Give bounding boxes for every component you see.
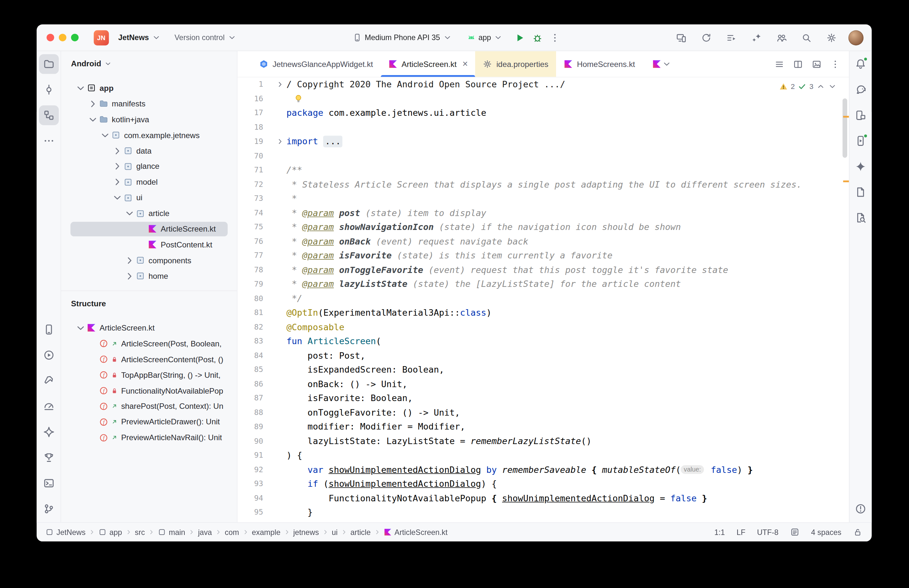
tree-item-components[interactable]: components	[61, 253, 237, 268]
scrollbar-thumb[interactable]	[843, 99, 847, 158]
profiler-button[interactable]	[39, 397, 58, 416]
line-number[interactable]: 80	[237, 291, 263, 305]
code-line[interactable]: 92 var showUnimplementedActionDialog by …	[237, 462, 849, 477]
breadcrumb-com[interactable]: com	[223, 528, 241, 536]
preview-button[interactable]	[851, 182, 870, 202]
git-button[interactable]	[39, 499, 58, 519]
line-number[interactable]: 74	[237, 206, 263, 220]
tree-item-model[interactable]: model	[61, 174, 237, 190]
intention-bulb-icon[interactable]	[294, 94, 304, 104]
code-line[interactable]: 16	[237, 92, 849, 106]
breadcrumb-java[interactable]: java	[196, 528, 214, 536]
breadcrumb-ui[interactable]: ui	[330, 528, 339, 536]
code-line[interactable]: 81@OptIn(ExperimentalMaterial3Api::class…	[237, 305, 849, 320]
indent-widget[interactable]: 4 spaces	[811, 528, 841, 536]
tree-item-manifests[interactable]: manifests	[61, 96, 237, 111]
debug-button[interactable]	[529, 29, 546, 46]
gradle-button[interactable]	[851, 80, 870, 100]
line-number[interactable]: 17	[237, 106, 263, 120]
line-number[interactable]: 84	[237, 348, 263, 363]
split-editor-button[interactable]	[790, 56, 806, 72]
hidden-tabs-selector[interactable]	[652, 51, 671, 77]
gemini-button[interactable]	[39, 422, 58, 442]
run-config-selector[interactable]: app	[463, 31, 507, 45]
project-widget[interactable]: JetNews	[114, 31, 165, 45]
code-with-me-button[interactable]	[773, 29, 790, 46]
code-line[interactable]: 89 modifier: Modifier = Modifier,	[237, 420, 849, 434]
breadcrumb-main[interactable]: main	[156, 528, 187, 536]
line-number[interactable]: 86	[237, 377, 263, 391]
sync-button[interactable]	[697, 29, 715, 46]
code-line[interactable]: 73 *	[237, 191, 849, 206]
chevron-down-icon[interactable]	[75, 323, 86, 333]
close-tab-icon[interactable]: ×	[462, 60, 468, 69]
tree-item-sharePost(Post, Context): Un[interactable]: fsharePost(Post, Context): Un	[61, 399, 237, 414]
code-line[interactable]: 70	[237, 149, 849, 163]
tree-item-TopAppBar(String, () -> Unit,[interactable]: fTopAppBar(String, () -> Unit,	[61, 367, 237, 383]
code-line[interactable]: 83fun ArticleScreen(	[237, 334, 849, 348]
code-line[interactable]: 76 * @param onBack (event) request navig…	[237, 234, 849, 249]
project-button[interactable]	[39, 54, 58, 74]
tab-idea.properties[interactable]: idea.properties	[476, 51, 556, 77]
gemini-spark-button[interactable]	[851, 157, 870, 176]
tree-item-ArticleScreen.kt[interactable]: ArticleScreen.kt	[61, 221, 237, 237]
code-line[interactable]: 75 * @param showNavigationIcon (state) i…	[237, 220, 849, 234]
vcs-widget[interactable]: Version control	[171, 31, 241, 45]
code-line[interactable]: 86 onBack: () -> Unit,	[237, 377, 849, 391]
tree-item-home[interactable]: home	[61, 268, 237, 284]
line-separator[interactable]: LF	[736, 528, 745, 536]
more-run-actions-button[interactable]	[546, 29, 564, 46]
line-number[interactable]: 88	[237, 405, 263, 420]
breadcrumb-example[interactable]: example	[250, 528, 282, 536]
tree-item-app[interactable]: app	[61, 80, 237, 96]
device-explorer-button[interactable]	[851, 105, 870, 125]
run-button[interactable]	[512, 29, 529, 46]
line-number[interactable]: 16	[237, 92, 263, 106]
next-problem-icon[interactable]	[828, 82, 837, 91]
project-view-selector[interactable]: Android	[61, 51, 237, 76]
tree-item-ArticleScreen(Post, Boolean,[interactable]: fArticleScreen(Post, Boolean,	[61, 336, 237, 351]
chevron-right-icon[interactable]	[112, 161, 123, 172]
cursor-position[interactable]: 1:1	[714, 528, 725, 536]
tree-item-ArticleScreenContent(Post, ()[interactable]: fArticleScreenContent(Post, ()	[61, 352, 237, 367]
editor[interactable]: 1/ Copyright 2020 The Android Open Sourc…	[237, 77, 849, 522]
line-number[interactable]: 1	[237, 77, 263, 92]
image-preview-button[interactable]	[808, 56, 824, 72]
code-line[interactable]: 74 * @param post (state) item to display	[237, 206, 849, 220]
chevron-down-icon[interactable]	[75, 82, 86, 94]
code-line[interactable]: 84 post: Post,	[237, 348, 849, 363]
app-quality-insights-button[interactable]	[39, 447, 58, 467]
running-devices-button[interactable]	[851, 131, 870, 151]
breadcrumb-JetNews[interactable]: JetNews	[44, 528, 87, 536]
problems-button[interactable]	[851, 499, 870, 519]
line-number[interactable]: 79	[237, 277, 263, 291]
chevron-down-icon[interactable]	[124, 208, 135, 219]
line-number[interactable]: 78	[237, 263, 263, 277]
chevron-right-icon[interactable]	[124, 255, 135, 266]
inspection-widget[interactable]: 2 3	[777, 81, 840, 92]
breadcrumb-app[interactable]: app	[97, 528, 124, 536]
line-number[interactable]: 18	[237, 120, 263, 134]
write-access-icon[interactable]	[853, 528, 862, 537]
device-manager-button[interactable]	[39, 320, 58, 339]
tree-item-ArticleScreen.kt[interactable]: ArticleScreen.kt	[61, 320, 237, 336]
more-button[interactable]	[39, 131, 58, 151]
line-number[interactable]: 85	[237, 363, 263, 377]
line-number[interactable]: 75	[237, 220, 263, 234]
code-line[interactable]: 80 */	[237, 291, 849, 305]
avatar[interactable]	[849, 30, 864, 45]
tree-item-glance[interactable]: glance	[61, 158, 237, 174]
prev-problem-icon[interactable]	[817, 82, 825, 91]
chevron-down-icon[interactable]	[100, 130, 111, 141]
breadcrumb-article[interactable]: article	[349, 528, 372, 536]
tree-item-ui[interactable]: ui	[61, 190, 237, 205]
tree-item-FunctionalityNotAvailablePop[interactable]: fFunctionalityNotAvailablePop	[61, 383, 237, 399]
device-selector[interactable]: Medium Phone API 35	[349, 31, 456, 45]
breadcrumb-jetnews[interactable]: jetnews	[291, 528, 321, 536]
line-number[interactable]: 95	[237, 505, 263, 519]
line-number[interactable]: 83	[237, 334, 263, 348]
line-number[interactable]: 19	[237, 134, 263, 149]
structure-button[interactable]	[39, 105, 58, 125]
terminal-button[interactable]	[39, 473, 58, 493]
chevron-right-icon[interactable]	[112, 145, 123, 156]
